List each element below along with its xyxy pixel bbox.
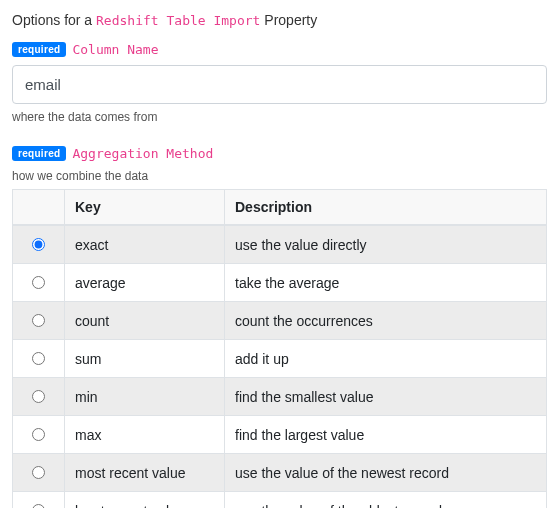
table-cell-description: find the largest value <box>225 416 547 454</box>
table-cell-key: count <box>65 302 225 340</box>
table-row: most recent valueuse the value of the ne… <box>13 454 547 492</box>
heading-code: Redshift Table Import <box>96 13 260 28</box>
aggregation-radio[interactable] <box>32 504 45 508</box>
column-name-label: Column Name <box>72 42 158 57</box>
table-header-description: Description <box>225 190 547 226</box>
table-cell-key: max <box>65 416 225 454</box>
required-badge: required <box>12 146 66 161</box>
table-cell-key: most recent value <box>65 454 225 492</box>
required-badge: required <box>12 42 66 57</box>
aggregation-help: how we combine the data <box>12 169 547 183</box>
column-name-help: where the data comes from <box>12 110 547 124</box>
heading-suffix: Property <box>260 12 317 28</box>
table-cell-radio <box>13 340 65 378</box>
table-row: countcount the occurrences <box>13 302 547 340</box>
table-cell-radio <box>13 378 65 416</box>
aggregation-radio[interactable] <box>32 314 45 327</box>
aggregation-table: Key Description exactuse the value direc… <box>12 189 547 508</box>
table-cell-key: average <box>65 264 225 302</box>
aggregation-radio[interactable] <box>32 238 45 251</box>
table-cell-key: sum <box>65 340 225 378</box>
aggregation-radio[interactable] <box>32 352 45 365</box>
table-cell-radio <box>13 225 65 264</box>
page-title: Options for a Redshift Table Import Prop… <box>12 12 547 28</box>
table-cell-key: least recent value <box>65 492 225 509</box>
table-header-row: Key Description <box>13 190 547 226</box>
aggregation-label: Aggregation Method <box>72 146 213 161</box>
aggregation-label-row: required Aggregation Method <box>12 146 547 161</box>
table-cell-description: use the value of the oldest record <box>225 492 547 509</box>
table-row: sumadd it up <box>13 340 547 378</box>
table-row: least recent valueuse the value of the o… <box>13 492 547 509</box>
table-cell-key: min <box>65 378 225 416</box>
table-cell-description: take the average <box>225 264 547 302</box>
table-row: minfind the smallest value <box>13 378 547 416</box>
table-cell-radio <box>13 454 65 492</box>
table-cell-radio <box>13 492 65 509</box>
aggregation-radio[interactable] <box>32 276 45 289</box>
table-cell-description: count the occurrences <box>225 302 547 340</box>
column-name-input[interactable] <box>12 65 547 104</box>
table-header-radio <box>13 190 65 226</box>
table-row: averagetake the average <box>13 264 547 302</box>
table-row: exactuse the value directly <box>13 225 547 264</box>
table-cell-description: use the value of the newest record <box>225 454 547 492</box>
table-header-key: Key <box>65 190 225 226</box>
table-row: maxfind the largest value <box>13 416 547 454</box>
table-cell-description: use the value directly <box>225 225 547 264</box>
table-cell-radio <box>13 264 65 302</box>
table-cell-description: find the smallest value <box>225 378 547 416</box>
table-cell-description: add it up <box>225 340 547 378</box>
heading-prefix: Options for a <box>12 12 96 28</box>
aggregation-radio[interactable] <box>32 390 45 403</box>
aggregation-radio[interactable] <box>32 466 45 479</box>
aggregation-radio[interactable] <box>32 428 45 441</box>
column-name-label-row: required Column Name <box>12 42 547 57</box>
table-cell-radio <box>13 302 65 340</box>
table-cell-radio <box>13 416 65 454</box>
table-cell-key: exact <box>65 225 225 264</box>
